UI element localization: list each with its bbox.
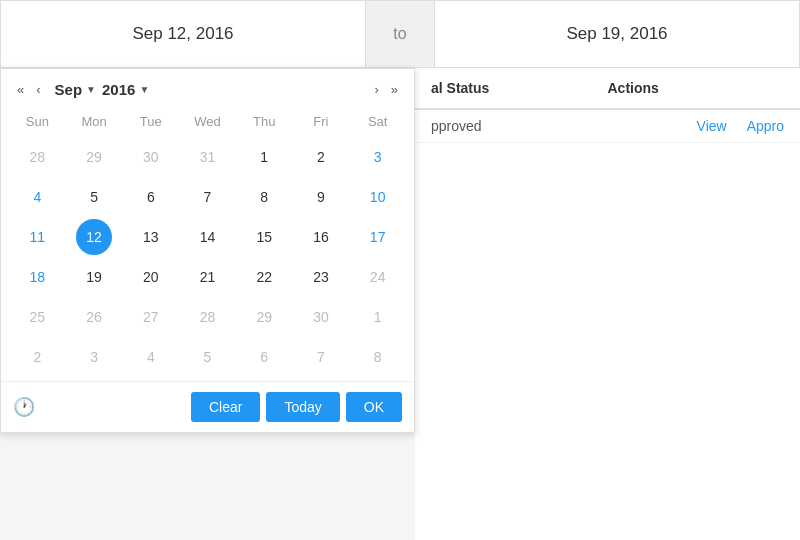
table-area: al Status Actions pproved View Appro <box>415 68 800 540</box>
end-date-value: Sep 19, 2016 <box>566 24 667 44</box>
calendar-day[interactable]: 6 <box>133 179 169 215</box>
end-date-input[interactable]: Sep 19, 2016 <box>435 1 799 67</box>
calendar-day-selected[interactable]: 12 <box>76 219 112 255</box>
calendar-day[interactable]: 29 <box>246 299 282 335</box>
calendar-day[interactable]: 3 <box>76 339 112 375</box>
day-header-fri: Fri <box>293 110 350 133</box>
table-header-row: al Status Actions <box>415 68 800 110</box>
calendar-day[interactable]: 16 <box>303 219 339 255</box>
row-status: pproved <box>431 118 482 134</box>
calendar-day[interactable]: 21 <box>189 259 225 295</box>
calendar-day[interactable]: 5 <box>189 339 225 375</box>
day-header-wed: Wed <box>179 110 236 133</box>
action-approve[interactable]: Appro <box>747 118 784 134</box>
calendar-day[interactable]: 1 <box>360 299 396 335</box>
day-header-tue: Tue <box>122 110 179 133</box>
calendar-day[interactable]: 9 <box>303 179 339 215</box>
calendar-dropdown: « ‹ Sep ▼ 2016 ▼ › » Sun Mon Tue Wed Thu… <box>0 68 415 433</box>
calendar-day[interactable]: 22 <box>246 259 282 295</box>
calendar-day[interactable]: 8 <box>246 179 282 215</box>
month-dropdown-arrow[interactable]: ▼ <box>86 84 96 95</box>
calendar-weeks: 28 29 30 31 1 2 3 4 5 6 7 8 9 10 11 12 <box>9 137 406 377</box>
calendar-day[interactable]: 31 <box>189 139 225 175</box>
calendar-day[interactable]: 14 <box>189 219 225 255</box>
day-header-sat: Sat <box>349 110 406 133</box>
calendar-day[interactable]: 2 <box>303 139 339 175</box>
calendar-footer: 🕐 Clear Today OK <box>1 381 414 432</box>
calendar-day[interactable]: 18 <box>19 259 55 295</box>
table-row: pproved View Appro <box>415 110 800 143</box>
calendar-week: 4 5 6 7 8 9 10 <box>9 177 406 217</box>
calendar-grid: Sun Mon Tue Wed Thu Fri Sat 28 29 30 31 … <box>1 110 414 377</box>
calendar-day[interactable]: 30 <box>133 139 169 175</box>
calendar-week: 2 3 4 5 6 7 8 <box>9 337 406 377</box>
calendar-day[interactable]: 7 <box>189 179 225 215</box>
clock-icon: 🕐 <box>13 396 35 418</box>
calendar-day[interactable]: 19 <box>76 259 112 295</box>
calendar-day[interactable]: 24 <box>360 259 396 295</box>
calendar-day[interactable]: 6 <box>246 339 282 375</box>
start-date-value: Sep 12, 2016 <box>132 24 233 44</box>
day-header-sun: Sun <box>9 110 66 133</box>
calendar-week: 18 19 20 21 22 23 24 <box>9 257 406 297</box>
calendar-day[interactable]: 4 <box>133 339 169 375</box>
calendar-week: 28 29 30 31 1 2 3 <box>9 137 406 177</box>
calendar-day[interactable]: 17 <box>360 219 396 255</box>
calendar-day[interactable]: 11 <box>19 219 55 255</box>
calendar-day[interactable]: 10 <box>360 179 396 215</box>
calendar-day[interactable]: 7 <box>303 339 339 375</box>
calendar-day[interactable]: 26 <box>76 299 112 335</box>
calendar-day[interactable]: 25 <box>19 299 55 335</box>
calendar-day[interactable]: 29 <box>76 139 112 175</box>
month-year-selects: Sep ▼ 2016 ▼ <box>53 79 367 100</box>
first-prev-button[interactable]: « <box>13 81 28 98</box>
calendar-day[interactable]: 5 <box>76 179 112 215</box>
today-button[interactable]: Today <box>266 392 339 422</box>
day-header-thu: Thu <box>236 110 293 133</box>
calendar-day[interactable]: 23 <box>303 259 339 295</box>
calendar-day[interactable]: 4 <box>19 179 55 215</box>
year-select[interactable]: 2016 <box>100 79 137 100</box>
year-dropdown-arrow[interactable]: ▼ <box>139 84 149 95</box>
col-status-label: al Status <box>431 80 489 96</box>
calendar-day[interactable]: 3 <box>360 139 396 175</box>
day-header-mon: Mon <box>66 110 123 133</box>
ok-button[interactable]: OK <box>346 392 402 422</box>
start-date-input[interactable]: Sep 12, 2016 <box>1 1 365 67</box>
calendar-day[interactable]: 15 <box>246 219 282 255</box>
clear-button[interactable]: Clear <box>191 392 260 422</box>
table-col-actions: Actions <box>608 80 785 96</box>
separator-label: to <box>393 25 406 43</box>
table-col-status: al Status <box>431 80 608 96</box>
calendar-day[interactable]: 2 <box>19 339 55 375</box>
calendar-week: 25 26 27 28 29 30 1 <box>9 297 406 337</box>
date-range-header: Sep 12, 2016 to Sep 19, 2016 <box>0 0 800 68</box>
next-button[interactable]: › <box>370 81 382 98</box>
calendar-day[interactable]: 27 <box>133 299 169 335</box>
calendar-day[interactable]: 20 <box>133 259 169 295</box>
prev-button[interactable]: ‹ <box>32 81 44 98</box>
col-actions-label: Actions <box>608 80 659 96</box>
last-next-button[interactable]: » <box>387 81 402 98</box>
date-separator: to <box>365 1 435 67</box>
action-view[interactable]: View <box>697 118 727 134</box>
calendar-day[interactable]: 28 <box>19 139 55 175</box>
calendar-day[interactable]: 28 <box>189 299 225 335</box>
calendar-day[interactable]: 30 <box>303 299 339 335</box>
month-select[interactable]: Sep <box>53 79 85 100</box>
calendar-week: 11 12 13 14 15 16 17 <box>9 217 406 257</box>
calendar-day[interactable]: 8 <box>360 339 396 375</box>
calendar-nav: « ‹ Sep ▼ 2016 ▼ › » <box>1 69 414 110</box>
calendar-day[interactable]: 1 <box>246 139 282 175</box>
day-headers: Sun Mon Tue Wed Thu Fri Sat <box>9 110 406 133</box>
calendar-day[interactable]: 13 <box>133 219 169 255</box>
